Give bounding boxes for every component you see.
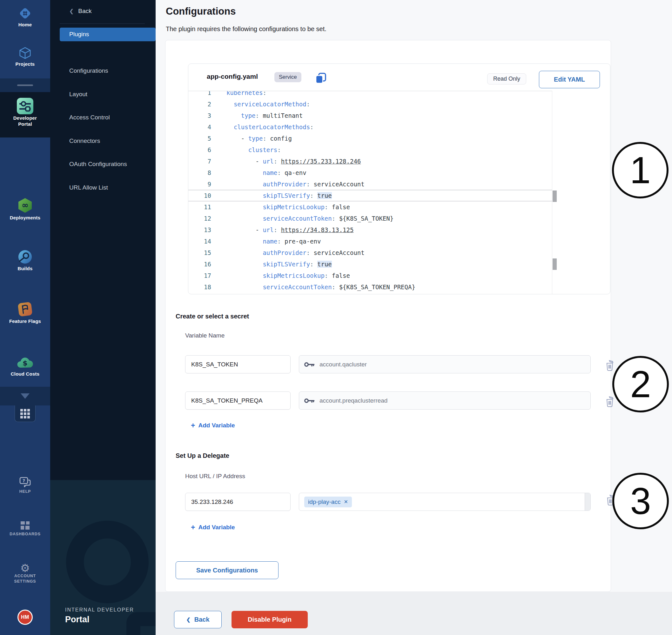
nav-item-url-allow-list[interactable]: URL Allow List: [69, 184, 108, 191]
copy-icon: [315, 72, 327, 85]
sidebar-item-account-settings[interactable]: ⚙ ACCOUNT SETTINGS: [0, 563, 50, 584]
field-endcap: [585, 493, 590, 510]
nav-item-oauth-configurations[interactable]: OAuth Configurations: [69, 161, 127, 168]
read-only-badge: Read Only: [487, 73, 526, 85]
chevron-down-icon[interactable]: [21, 393, 29, 399]
sidebar-item-feature-flags[interactable]: Feature Flags: [0, 302, 50, 324]
secret-select[interactable]: account.qacluster: [299, 355, 591, 373]
trash-icon: [605, 359, 615, 371]
nav-item-access-control[interactable]: Access Control: [69, 114, 110, 121]
sidebar-item-label: Portal: [0, 121, 50, 127]
back-nav-link[interactable]: ❮Back: [69, 8, 92, 15]
sidebar-item-home[interactable]: Home: [0, 6, 50, 28]
harness-logo-icon: [18, 6, 32, 20]
annotation-number: 2: [630, 363, 651, 406]
user-avatar[interactable]: HM: [18, 610, 33, 625]
sidebar-item-developer-portal[interactable]: Developer Portal: [0, 92, 50, 137]
delegate-tags-field[interactable]: idp-play-acc ✕: [299, 493, 591, 511]
scrollbar-mark: [552, 259, 557, 270]
brand-line-2: Portal: [65, 615, 90, 625]
code-line: 16 skipTLSVerify: true: [188, 259, 552, 270]
key-icon: [304, 361, 315, 368]
secret-value: account.qacluster: [320, 361, 367, 368]
brand-line-1: INTERNAL DEVELOPER: [65, 607, 134, 613]
edit-yaml-button[interactable]: Edit YAML: [539, 71, 600, 88]
scrollbar-mark: [552, 191, 557, 202]
secret-value: account.preqaclusterread: [320, 397, 387, 404]
code-line: 15 authProvider: serviceAccount: [188, 247, 552, 259]
sidebar-item-projects[interactable]: Projects: [0, 46, 50, 67]
dashboards-icon: [20, 521, 30, 530]
decorative-square: [126, 612, 156, 635]
deployments-icon: ∞: [17, 197, 33, 213]
trash-icon: [605, 396, 615, 407]
sidebar-item-deployments[interactable]: ∞ Deployments: [0, 197, 50, 221]
sidebar-item-label: DASHBOARDS: [0, 531, 50, 537]
annotation-circle-3: 3: [612, 473, 669, 529]
copy-button[interactable]: [315, 72, 327, 84]
annotation-number: 1: [630, 149, 651, 192]
overview-ruler: [552, 91, 552, 294]
service-badge: Service: [275, 72, 301, 82]
sidebar-item-cloud-costs[interactable]: $ Cloud Costs: [0, 356, 50, 377]
code-line: 3 type: multiTenant: [188, 110, 552, 121]
module-picker-button[interactable]: [15, 406, 36, 422]
key-icon: [304, 397, 315, 404]
yaml-editor-header: app-config.yaml Service Read Only Edit Y…: [188, 64, 610, 91]
code-line: 13 - url: https://34.83.13.125: [188, 224, 552, 236]
save-configurations-button[interactable]: Save Configurations: [176, 561, 279, 579]
help-icon: ?: [19, 476, 31, 488]
nav-item-connectors[interactable]: Connectors: [69, 137, 100, 145]
back-nav-label: Back: [78, 8, 91, 14]
annotation-circle-2: 2: [612, 356, 669, 412]
code-viewport[interactable]: 1kubernetes:2 serviceLocatorMethod:3 typ…: [188, 91, 552, 294]
code-line: 9 authProvider: serviceAccount: [188, 178, 552, 190]
page-title: Configurations: [166, 6, 236, 17]
secrets-heading: Create or select a secret: [176, 313, 249, 320]
add-variable-button[interactable]: +Add Variable: [191, 421, 235, 430]
close-icon[interactable]: ✕: [344, 499, 348, 505]
builds-icon: [18, 249, 32, 264]
sidebar-item-dashboards[interactable]: DASHBOARDS: [0, 521, 50, 537]
nav-item-layout[interactable]: Layout: [69, 91, 87, 98]
variable-name-input[interactable]: [185, 392, 290, 410]
delete-variable-button[interactable]: [605, 359, 615, 371]
sidebar-item-label: Projects: [0, 61, 50, 67]
add-host-button[interactable]: +Add Variable: [191, 523, 235, 532]
decorative-ring: [66, 521, 149, 603]
nav-divider: [60, 23, 145, 24]
code-line: 8 name: qa-env: [188, 167, 552, 178]
cube-icon: [18, 46, 32, 60]
page-subtitle: The plugin requires the following config…: [166, 25, 326, 33]
code-line: 7 - url: https://35.233.128.246: [188, 156, 552, 167]
back-button[interactable]: ❮Back: [174, 611, 222, 628]
code-line: 18 serviceAccountToken: ${K8S_SA_TOKEN_P…: [188, 281, 552, 293]
delegate-tag-label: idp-play-acc: [308, 499, 341, 505]
plus-icon: +: [191, 421, 195, 430]
svg-text:?: ?: [23, 478, 25, 483]
delete-variable-button[interactable]: [605, 396, 615, 408]
nav-item-configurations[interactable]: Configurations: [69, 67, 108, 74]
chevron-left-icon: ❮: [186, 617, 190, 622]
sidebar-item-help[interactable]: ? HELP: [0, 476, 50, 494]
code-line: 17 skipMetricsLookup: false: [188, 270, 552, 281]
delegate-heading: Set Up a Delegate: [176, 452, 229, 459]
code-lines: 1kubernetes:2 serviceLocatorMethod:3 typ…: [188, 91, 552, 293]
variable-name-label: Variable Name: [185, 332, 224, 339]
nav-item-plugins[interactable]: Plugins: [60, 28, 156, 41]
code-line: 2 serviceLocatorMethod:: [188, 98, 552, 110]
svg-text:∞: ∞: [22, 200, 28, 210]
sidebar-item-builds[interactable]: Builds: [0, 249, 50, 271]
feature-flags-icon: [17, 301, 33, 318]
delegate-tag-chip: idp-play-acc ✕: [304, 497, 352, 507]
disable-plugin-button[interactable]: Disable Plugin: [232, 611, 308, 628]
variable-name-input[interactable]: [185, 355, 290, 373]
sidebar-item-label: SETTINGS: [0, 579, 50, 584]
divider-handle[interactable]: [17, 85, 33, 86]
code-line: 1kubernetes:: [188, 91, 552, 98]
svg-text:$: $: [23, 359, 27, 367]
host-url-input[interactable]: [185, 493, 290, 511]
secret-select[interactable]: account.preqaclusterread: [299, 392, 591, 410]
module-rail-footer-band: [0, 387, 50, 406]
code-line: 4 clusterLocatorMethods:: [188, 121, 552, 133]
